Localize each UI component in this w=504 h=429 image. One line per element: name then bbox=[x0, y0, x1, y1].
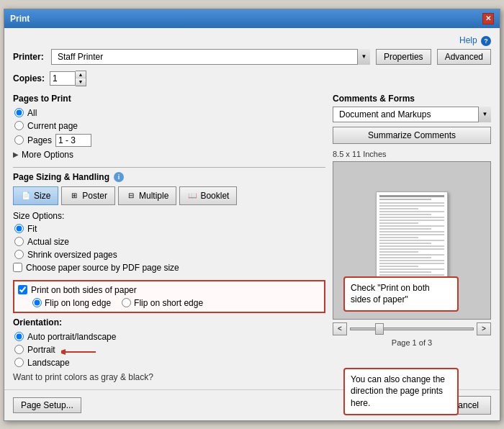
sizing-title: Page Sizing & Handling bbox=[13, 172, 109, 182]
printer-row: Printer: Staff Printer ▼ Properties Adva… bbox=[13, 49, 491, 65]
help-icon: ? bbox=[481, 36, 491, 46]
pdf-source-checkbox-item: Choose paper source by PDF page size bbox=[13, 263, 325, 273]
preview-line-19 bbox=[379, 248, 444, 250]
comments-forms-title: Comments & Forms bbox=[333, 94, 491, 104]
pages-label: Pages bbox=[27, 135, 52, 145]
preview-line-14 bbox=[379, 234, 444, 235]
copies-input[interactable]: 1 bbox=[50, 71, 76, 86]
size-button[interactable]: 📄 Size bbox=[13, 186, 58, 205]
current-page-radio-item: Current page bbox=[14, 121, 325, 131]
orientation-title: Orientation: bbox=[13, 317, 325, 328]
actual-size-label: Actual size bbox=[27, 237, 69, 247]
preview-line-24 bbox=[379, 263, 444, 264]
actual-size-radio-item: Actual size bbox=[14, 237, 325, 247]
preview-line-27 bbox=[379, 271, 431, 273]
current-page-label: Current page bbox=[27, 121, 78, 131]
comments-select[interactable]: Document and Markups Document Form Field… bbox=[333, 107, 491, 122]
duplex-callout: Check "Print on both sides of paper" bbox=[343, 276, 459, 312]
preview-line-13 bbox=[379, 231, 444, 232]
printer-select-wrapper: Staff Printer ▼ bbox=[51, 49, 370, 65]
preview-line-11 bbox=[379, 225, 444, 227]
close-button[interactable]: ✕ bbox=[482, 13, 494, 24]
print-dialog: Print ✕ Help ? Printer: Staff Printer ▼ … bbox=[4, 9, 500, 421]
all-radio[interactable] bbox=[14, 108, 24, 117]
size-options-title: Size Options: bbox=[13, 211, 325, 221]
sizing-header: Page Sizing & Handling i bbox=[13, 172, 325, 182]
printer-select[interactable]: Staff Printer bbox=[51, 49, 370, 65]
properties-button[interactable]: Properties bbox=[376, 49, 431, 65]
landscape-label: Landscape bbox=[27, 358, 70, 368]
preview-prev-button[interactable]: < bbox=[333, 322, 347, 335]
multiple-button[interactable]: ⊟ Multiple bbox=[118, 186, 176, 205]
preview-line-6 bbox=[379, 211, 444, 212]
copies-up-button[interactable]: ▲ bbox=[76, 71, 86, 78]
booklet-icon: 📖 bbox=[187, 191, 197, 201]
booklet-button[interactable]: 📖 Booklet bbox=[179, 186, 237, 205]
pages-range-radio[interactable] bbox=[14, 135, 24, 145]
preview-line-7 bbox=[379, 214, 431, 215]
pages-radio-group: All Current page Pages bbox=[14, 108, 325, 147]
flip-short-item: Flip on short edge bbox=[122, 298, 203, 308]
preview-line-8 bbox=[379, 217, 444, 218]
fit-label: Fit bbox=[27, 224, 37, 234]
shrink-radio[interactable] bbox=[14, 250, 24, 259]
help-link[interactable]: Help ? bbox=[459, 35, 491, 46]
preview-line-18 bbox=[379, 245, 444, 247]
flip-short-label: Flip on short edge bbox=[134, 298, 203, 308]
auto-orientation-radio[interactable] bbox=[14, 332, 24, 341]
portrait-item: Portrait bbox=[14, 345, 325, 355]
preview-next-button[interactable]: > bbox=[477, 322, 491, 335]
help-bar: Help ? bbox=[13, 35, 491, 46]
slider-thumb[interactable] bbox=[375, 323, 384, 335]
info-icon: i bbox=[114, 172, 124, 182]
page-count: Page 1 of 3 bbox=[333, 338, 491, 347]
multiple-icon: ⊟ bbox=[126, 191, 136, 201]
preview-line-4 bbox=[379, 205, 444, 207]
preview-size-label: 8.5 x 11 Inches bbox=[333, 150, 491, 158]
actual-size-radio[interactable] bbox=[14, 237, 24, 246]
preview-nav: < > bbox=[333, 322, 491, 335]
flip-long-item: Flip on long edge bbox=[32, 298, 111, 308]
auto-orientation-item: Auto portrait/landscape bbox=[14, 332, 325, 342]
pages-to-print-title: Pages to Print bbox=[13, 94, 325, 104]
landscape-item: Landscape bbox=[14, 358, 325, 368]
preview-line-22 bbox=[379, 257, 431, 258]
duplex-highlight-box: Print on both sides of paper Flip on lon… bbox=[13, 280, 325, 313]
flip-long-radio[interactable] bbox=[32, 298, 42, 307]
advanced-button[interactable]: Advanced bbox=[437, 49, 491, 65]
poster-button[interactable]: ⊞ Poster bbox=[61, 186, 115, 205]
gray-question: Want to print colors as gray & black? bbox=[13, 372, 325, 382]
flip-short-radio[interactable] bbox=[122, 298, 131, 307]
pages-to-print-section: Pages to Print All Current page Pages bbox=[13, 94, 325, 160]
pages-range-radio-item: Pages bbox=[14, 134, 325, 147]
pages-range-input[interactable] bbox=[55, 134, 91, 147]
copies-spinner: 1 ▲ ▼ bbox=[50, 71, 86, 86]
flip-options: Flip on long edge Flip on short edge bbox=[32, 298, 320, 308]
page-sizing-section: Page Sizing & Handling i 📄 Size ⊞ Poster bbox=[13, 172, 325, 273]
copies-down-button[interactable]: ▼ bbox=[76, 78, 86, 86]
page-setup-button[interactable]: Page Setup... bbox=[13, 397, 81, 413]
layout-buttons: 📄 Size ⊞ Poster ⊟ Multiple 📖 bbox=[13, 186, 325, 205]
print-both-sides-checkbox[interactable] bbox=[18, 285, 27, 294]
preview-line-1 bbox=[379, 195, 444, 197]
preview-line-15 bbox=[379, 237, 418, 238]
right-panel: Comments & Forms Document and Markups Do… bbox=[333, 94, 491, 382]
preview-line-12 bbox=[379, 228, 431, 230]
preview-line-23 bbox=[379, 260, 444, 261]
printer-label: Printer: bbox=[13, 52, 45, 62]
summarize-comments-button[interactable]: Summarize Comments bbox=[333, 127, 491, 144]
fit-radio[interactable] bbox=[14, 224, 24, 233]
fit-radio-item: Fit bbox=[14, 224, 325, 234]
comments-forms-section: Comments & Forms Document and Markups Do… bbox=[333, 94, 491, 144]
duplex-section: Print on both sides of paper Flip on lon… bbox=[13, 280, 325, 313]
preview-line-3 bbox=[379, 202, 444, 204]
more-options-item[interactable]: ▶ More Options bbox=[13, 150, 325, 160]
portrait-radio[interactable] bbox=[14, 345, 24, 354]
pdf-source-checkbox[interactable] bbox=[13, 263, 22, 272]
current-page-radio[interactable] bbox=[14, 121, 24, 130]
left-panel: Pages to Print All Current page Pages bbox=[13, 94, 325, 382]
preview-line-5 bbox=[379, 208, 418, 209]
page-slider[interactable] bbox=[350, 328, 474, 330]
preview-line-16 bbox=[379, 240, 444, 241]
landscape-radio[interactable] bbox=[14, 358, 24, 367]
